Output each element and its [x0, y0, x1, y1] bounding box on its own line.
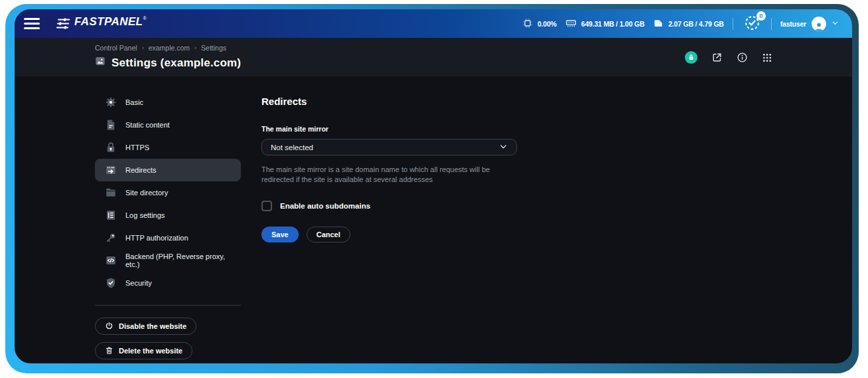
page-header: Control Panel › example.com › Settings S… — [15, 38, 852, 76]
settings-sidebar: Basic Static content HTTPS — [95, 91, 241, 363]
save-button[interactable]: Save — [261, 227, 299, 242]
header-actions — [685, 51, 772, 64]
divider — [771, 18, 772, 30]
sidebar-item-label: Static content — [125, 121, 170, 129]
main-site-mirror-select[interactable]: Not selected — [261, 139, 517, 155]
page: FASTPANEL ® 0.00% 649.31 MB / 1.00 GB — [0, 0, 868, 378]
sidebar-item-basic[interactable]: Basic — [95, 91, 241, 114]
equalizer-icon — [56, 17, 70, 33]
app-window: FASTPANEL ® 0.00% 649.31 MB / 1.00 GB — [15, 9, 852, 363]
select-value: Not selected — [271, 143, 313, 151]
ram-icon — [565, 17, 577, 30]
sidebar-item-backend[interactable]: Backend (PHP, Reverse proxy, etc.) — [95, 249, 241, 272]
sidebar-item-label: Security — [125, 279, 152, 287]
power-icon — [105, 322, 113, 331]
folder-icon — [105, 187, 117, 199]
sidebar-item-label: Backend (PHP, Reverse proxy, etc.) — [125, 252, 241, 268]
disk-value: 2.07 GB / 4.79 GB — [668, 20, 724, 28]
auto-subdomains-label[interactable]: Enable auto subdomains — [280, 202, 370, 210]
username: fastuser — [780, 20, 806, 28]
disable-website-label: Disable the website — [119, 322, 186, 330]
breadcrumb-separator: › — [194, 45, 196, 51]
breadcrumb-control-panel[interactable]: Control Panel — [95, 44, 137, 52]
delete-website-label: Delete the website — [119, 347, 182, 355]
chevron-down-icon — [832, 19, 839, 28]
form-actions: Save Cancel — [261, 227, 517, 242]
ssl-lock-badge[interactable] — [685, 51, 697, 64]
registered-mark: ® — [143, 16, 146, 21]
avatar — [812, 17, 826, 31]
trash-icon — [105, 346, 113, 356]
topbar-stats: 0.00% 649.31 MB / 1.00 GB 2.07 GB / 4.79… — [522, 15, 839, 33]
section-title: Redirects — [261, 96, 517, 107]
log-icon — [105, 209, 117, 221]
gear-icon — [105, 96, 117, 108]
page-title-text: Settings (example.com) — [111, 56, 241, 70]
redirect-arrow-icon — [105, 164, 117, 176]
chevron-down-icon — [499, 142, 508, 152]
sidebar-item-label: Redirects — [125, 166, 156, 174]
tasks-check-icon[interactable]: 0 — [744, 15, 760, 33]
redirects-panel: Redirects The main site mirror Not selec… — [261, 91, 517, 363]
sidebar-item-static-content[interactable]: Static content — [95, 114, 241, 136]
sidebar-item-label: Basic — [125, 98, 143, 106]
breadcrumb-separator: › — [142, 45, 144, 51]
info-icon[interactable] — [737, 52, 748, 63]
delete-website-button[interactable]: Delete the website — [95, 342, 192, 359]
sidebar-item-site-directory[interactable]: Site directory — [95, 181, 241, 204]
breadcrumb-settings: Settings — [201, 44, 226, 52]
sidebar-item-redirects[interactable]: Redirects — [95, 159, 241, 181]
sidebar-item-label: Site directory — [125, 189, 168, 197]
cancel-button[interactable]: Cancel — [307, 227, 350, 242]
code-icon — [105, 254, 117, 266]
disk-stat: 2.07 GB / 4.79 GB — [653, 18, 724, 30]
image-icon — [95, 56, 106, 70]
brand-name: FASTPANEL — [74, 15, 143, 29]
sidebar-item-label: HTTPS — [125, 143, 149, 151]
sidebar-item-log-settings[interactable]: Log settings — [95, 204, 241, 227]
mirror-help-text: The main site mirror is a site domain na… — [261, 165, 517, 185]
sidebar-divider — [95, 305, 241, 306]
divider — [733, 18, 733, 30]
brand-logo[interactable]: FASTPANEL ® — [56, 15, 147, 33]
key-icon — [105, 232, 117, 244]
sidebar-item-security[interactable]: Security — [95, 272, 241, 294]
memory-value: 649.31 MB / 1.00 GB — [581, 20, 644, 28]
sidebar-item-label: HTTP authorization — [125, 234, 188, 242]
cpu-icon — [522, 18, 533, 30]
breadcrumb-domain[interactable]: example.com — [149, 44, 190, 52]
auto-subdomains-checkbox[interactable] — [261, 201, 272, 211]
cpu-value: 0.00% — [538, 20, 557, 28]
user-menu[interactable]: fastuser — [780, 17, 839, 31]
external-link-icon[interactable] — [711, 52, 723, 63]
cpu-stat: 0.00% — [522, 18, 557, 30]
sidebar-item-http-authorization[interactable]: HTTP authorization — [95, 227, 241, 249]
disable-website-button[interactable]: Disable the website — [95, 318, 196, 335]
memory-stat: 649.31 MB / 1.00 GB — [565, 17, 644, 30]
lock-icon — [105, 142, 117, 153]
sidebar-item-label: Log settings — [125, 211, 165, 219]
mirror-field-label: The main site mirror — [261, 125, 517, 133]
disk-icon — [653, 18, 664, 30]
file-icon — [105, 119, 117, 131]
content: Basic Static content HTTPS — [15, 76, 852, 363]
shield-check-icon — [105, 277, 117, 289]
apps-grid-icon[interactable] — [762, 52, 772, 63]
auto-subdomains-row: Enable auto subdomains — [261, 201, 517, 211]
topbar: FASTPANEL ® 0.00% 649.31 MB / 1.00 GB — [15, 9, 852, 38]
sidebar-item-https[interactable]: HTTPS — [95, 136, 241, 159]
tasks-badge: 0 — [757, 11, 766, 21]
hamburger-icon[interactable] — [24, 18, 40, 29]
